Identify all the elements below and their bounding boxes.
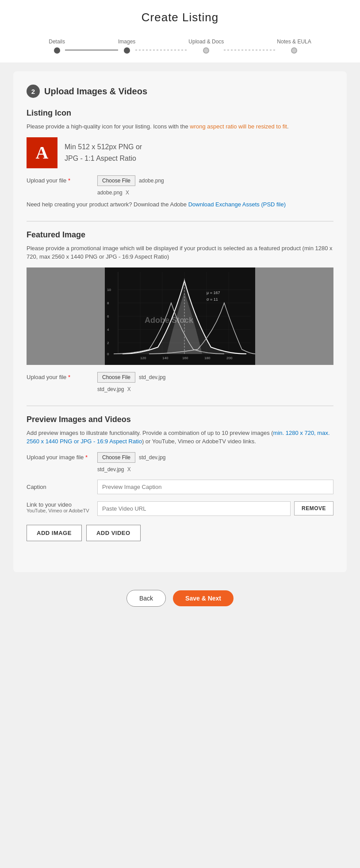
- preview-images-description: Add preview images to illustrate functio…: [27, 429, 333, 446]
- featured-image-choose-file-button[interactable]: Choose File: [97, 372, 135, 383]
- remove-video-button[interactable]: REMOVE: [294, 501, 333, 515]
- video-label-col: Link to your video YouTube, Vimeo or Ado…: [27, 501, 97, 513]
- stepper: Details Images Upload & Docs Notes & EUL…: [0, 31, 360, 62]
- svg-text:180: 180: [204, 356, 211, 360]
- svg-text:0: 0: [107, 352, 109, 356]
- svg-text:200: 200: [226, 356, 233, 360]
- featured-image-description: Please provide a promotional image which…: [27, 244, 333, 261]
- svg-text:μ = 167: μ = 167: [207, 291, 220, 295]
- featured-image-left-panel: [65, 267, 105, 365]
- content-area: 2 Upload Images & Videos Listing Icon Pl…: [13, 71, 347, 572]
- page-title: Create Listing: [0, 11, 360, 24]
- featured-image-subtitle: Featured Image: [27, 230, 333, 240]
- step-details-label: Details: [49, 39, 65, 45]
- listing-icon-subtitle: Listing Icon: [27, 108, 333, 118]
- listing-icon-preview: A: [27, 137, 57, 168]
- featured-image-upload-label: Upload your file *: [27, 374, 97, 380]
- step-line-2: [135, 50, 188, 50]
- step-notes-eula: Notes & EULA: [277, 39, 311, 54]
- video-label: Link to your video: [27, 501, 97, 508]
- page-header: Create Listing: [0, 0, 360, 31]
- svg-text:2: 2: [107, 341, 109, 345]
- step-upload-docs-label: Upload & Docs: [188, 39, 224, 45]
- preview-upload-row: Upload your image file * Choose File std…: [27, 452, 333, 463]
- preview-images-subtitle: Preview Images and Videos: [27, 415, 333, 424]
- section-title: Upload Images & Videos: [44, 86, 147, 97]
- step-details: Details: [49, 39, 65, 54]
- step-images-label: Images: [118, 39, 135, 45]
- listing-icon-row: A Min 512 x 512px PNG or JPG - 1:1 Aspec…: [27, 137, 333, 168]
- step-images-dot: [124, 47, 130, 54]
- video-url-input[interactable]: [97, 501, 291, 516]
- featured-image-upload-row: Upload your file * Choose File std_dev.j…: [27, 372, 333, 383]
- divider-2: [27, 406, 333, 406]
- section-header: 2 Upload Images & Videos: [27, 85, 333, 98]
- step-line-3: [224, 50, 277, 50]
- divider-1: [27, 221, 333, 221]
- preview-uploaded-tag: std_dev.jpg X: [97, 466, 333, 473]
- add-video-button[interactable]: ADD VIDEO: [86, 525, 141, 541]
- svg-text:σ = 11: σ = 11: [207, 297, 218, 302]
- preview-choose-file-button[interactable]: Choose File: [97, 452, 135, 463]
- listing-icon-uploaded-tag: adobe.png X: [97, 190, 333, 196]
- svg-text:10: 10: [107, 288, 111, 292]
- save-next-button[interactable]: Save & Next: [173, 590, 234, 606]
- step-notes-eula-label: Notes & EULA: [277, 39, 311, 45]
- preview-remove-btn[interactable]: X: [127, 466, 131, 473]
- download-assets-link[interactable]: Download Exchange Assets (PSD file): [188, 201, 286, 208]
- featured-image-remove-btn[interactable]: X: [127, 386, 131, 392]
- step-upload-docs-dot: [203, 47, 209, 54]
- video-row: Link to your video YouTube, Vimeo or Ado…: [27, 501, 333, 516]
- svg-text:120: 120: [140, 356, 146, 360]
- svg-text:4: 4: [107, 328, 109, 332]
- caption-input[interactable]: [97, 480, 333, 494]
- back-button[interactable]: Back: [126, 590, 166, 607]
- step-images: Images: [118, 39, 135, 54]
- section-number: 2: [27, 85, 40, 98]
- bottom-nav: Back Save & Next: [0, 581, 360, 620]
- step-details-dot: [54, 47, 60, 54]
- svg-text:Adobe Stock: Adobe Stock: [145, 316, 194, 325]
- icon-specs: Min 512 x 512px PNG or JPG - 1:1 Aspect …: [65, 141, 142, 164]
- step-line-1: [65, 50, 118, 50]
- add-image-button[interactable]: ADD IMAGE: [27, 525, 82, 541]
- preview-file-name: std_dev.jpg: [139, 454, 166, 461]
- svg-text:6: 6: [107, 314, 109, 318]
- step-upload-docs: Upload & Docs: [188, 39, 224, 54]
- step-notes-eula-dot: [291, 47, 297, 54]
- preview-upload-label: Upload your image file *: [27, 454, 97, 461]
- listing-icon-file-name: adobe.png: [139, 178, 164, 184]
- featured-image-file-name: std_dev.jpg: [139, 374, 166, 380]
- listing-icon-section: Listing Icon Please provide a high-quali…: [27, 108, 333, 208]
- featured-image-inner: 120 140 160 180 200 0 2 4 6 8 10 μ = 167…: [105, 267, 255, 365]
- listing-icon-upload-label: Upload your file *: [27, 177, 97, 184]
- caption-label: Caption: [27, 484, 97, 490]
- preview-images-section: Preview Images and Videos Add preview im…: [27, 415, 333, 541]
- listing-icon-help: Need help creating your product artwork?…: [27, 201, 333, 208]
- caption-row: Caption: [27, 480, 333, 494]
- listing-icon-remove-btn[interactable]: X: [126, 190, 129, 196]
- video-sublabel: YouTube, Vimeo or AdobeTV: [27, 508, 97, 513]
- featured-image-section: Featured Image Please provide a promotio…: [27, 230, 333, 392]
- listing-icon-choose-file-button[interactable]: Choose File: [97, 175, 135, 186]
- listing-icon-description: Please provide a high-quality icon for y…: [27, 122, 333, 131]
- featured-image-uploaded-tag: std_dev.jpg X: [97, 386, 333, 392]
- featured-image-right-panel: [255, 267, 295, 365]
- featured-image-container: 120 140 160 180 200 0 2 4 6 8 10 μ = 167…: [27, 267, 333, 365]
- svg-text:160: 160: [182, 356, 188, 360]
- add-buttons-row: ADD IMAGE ADD VIDEO: [27, 525, 333, 541]
- svg-text:140: 140: [162, 356, 169, 360]
- svg-text:8: 8: [107, 301, 109, 305]
- listing-icon-upload-row: Upload your file * Choose File adobe.png: [27, 175, 333, 186]
- featured-image-svg: 120 140 160 180 200 0 2 4 6 8 10 μ = 167…: [105, 267, 255, 365]
